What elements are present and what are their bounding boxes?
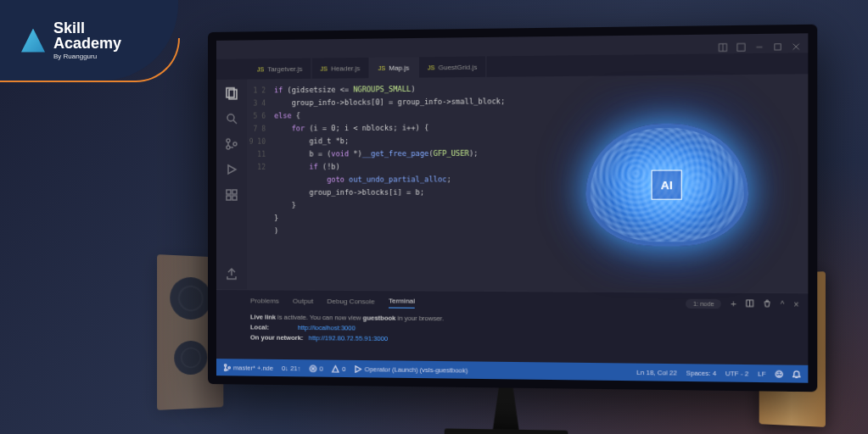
- svg-rect-17: [227, 196, 231, 200]
- minimize-icon[interactable]: [755, 39, 764, 48]
- status-position[interactable]: Ln 18, Col 22: [636, 368, 676, 376]
- extensions-icon[interactable]: [225, 188, 238, 202]
- new-terminal-icon[interactable]: +: [731, 298, 736, 309]
- vscode-window: JSTargetver.js JSHeader.js JSMap.js JSGu…: [208, 25, 817, 392]
- monitor: JSTargetver.js JSHeader.js JSMap.js JSGu…: [208, 25, 817, 392]
- svg-point-13: [233, 142, 237, 146]
- close-icon[interactable]: [792, 39, 801, 48]
- maximize-panel-icon[interactable]: ^: [781, 299, 785, 308]
- source-control-icon[interactable]: [225, 137, 238, 151]
- status-sync[interactable]: 0↓ 21↑: [282, 364, 300, 371]
- tab-map[interactable]: JSMap.js: [370, 57, 419, 78]
- svg-rect-15: [227, 190, 231, 194]
- svg-point-9: [227, 114, 234, 121]
- logo-line2: Academy: [53, 36, 121, 51]
- tab-guestgrid[interactable]: JSGuestGrid.js: [419, 56, 487, 77]
- panel-tab-output[interactable]: Output: [293, 294, 313, 307]
- line-gutter: 1 2 3 4 5 6 7 8 9 10 11 12: [247, 79, 271, 289]
- explorer-icon[interactable]: [225, 86, 238, 100]
- svg-marker-27: [356, 365, 361, 371]
- status-encoding[interactable]: UTF - 2: [725, 369, 748, 377]
- tab-header[interactable]: JSHeader.js: [312, 58, 370, 79]
- maximize-icon[interactable]: [773, 39, 782, 48]
- split-terminal-icon[interactable]: [746, 299, 754, 309]
- svg-point-12: [227, 146, 230, 149]
- svg-rect-18: [232, 196, 237, 200]
- share-icon[interactable]: [225, 267, 238, 281]
- logo-line1: Skill: [53, 20, 121, 36]
- kill-terminal-icon[interactable]: [763, 299, 771, 309]
- status-bell-icon[interactable]: [792, 370, 801, 378]
- layout-icon[interactable]: [719, 40, 728, 49]
- svg-rect-16: [232, 190, 237, 194]
- status-warnings[interactable]: 0: [332, 364, 345, 372]
- status-spaces[interactable]: Spaces: 4: [686, 369, 717, 377]
- status-errors[interactable]: 0: [309, 364, 322, 372]
- panel-tab-terminal[interactable]: Terminal: [389, 294, 415, 308]
- terminal-selector[interactable]: 1: node: [686, 298, 721, 309]
- ai-brain-visual: AI: [546, 83, 789, 287]
- svg-point-30: [780, 372, 781, 373]
- debug-icon[interactable]: [225, 163, 238, 176]
- status-branch[interactable]: master* +.nde: [223, 364, 273, 372]
- svg-point-29: [777, 372, 778, 373]
- ai-label: AI: [652, 170, 682, 199]
- search-icon[interactable]: [225, 112, 238, 125]
- panel-icon[interactable]: [736, 39, 746, 48]
- code-editor[interactable]: 1 2 3 4 5 6 7 8 9 10 11 12 if (gidsetsiz…: [247, 74, 808, 292]
- status-eol[interactable]: LF: [758, 370, 765, 377]
- status-run[interactable]: Operator (Launch) (vsls-guestbook): [355, 364, 468, 374]
- svg-line-10: [233, 120, 237, 124]
- svg-point-23: [228, 366, 230, 368]
- svg-point-22: [224, 369, 226, 370]
- svg-marker-14: [228, 165, 236, 174]
- svg-rect-2: [737, 43, 745, 51]
- status-feedback-icon[interactable]: [775, 370, 783, 377]
- svg-rect-4: [775, 44, 781, 50]
- svg-point-11: [227, 139, 230, 142]
- activity-bar: [216, 80, 247, 290]
- panel-tab-problems[interactable]: Problems: [250, 294, 279, 307]
- logo-icon: [21, 29, 45, 53]
- terminal-output[interactable]: Live link is activate. You can now view …: [216, 307, 808, 352]
- logo-byline: By Ruangguru: [53, 53, 121, 60]
- panel-tab-debug[interactable]: Debug Console: [328, 294, 375, 308]
- bottom-panel: Problems Output Debug Console Terminal 1…: [216, 289, 808, 365]
- tab-targetver[interactable]: JSTargetver.js: [249, 58, 312, 80]
- close-panel-icon[interactable]: ×: [793, 299, 798, 309]
- svg-point-21: [224, 364, 226, 365]
